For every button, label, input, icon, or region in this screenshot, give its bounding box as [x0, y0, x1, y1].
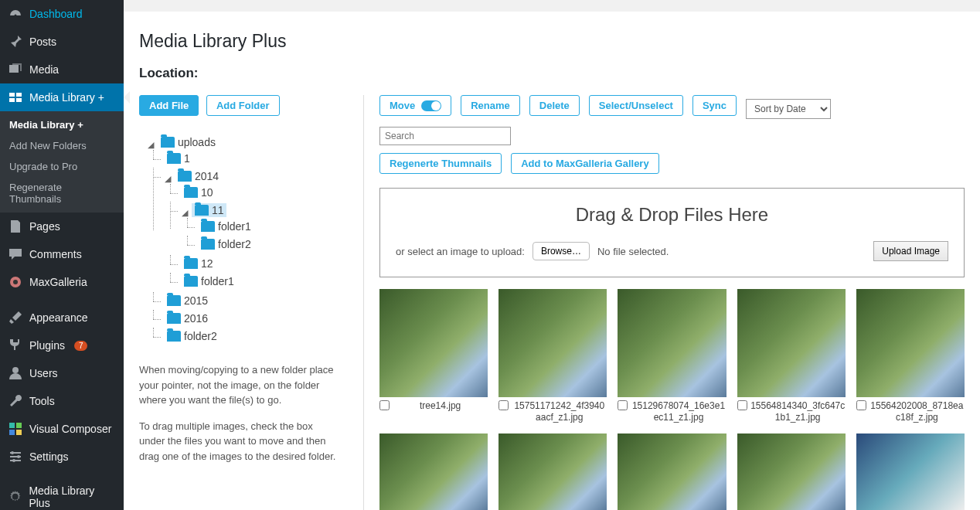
collapse-icon[interactable]: ◢ [181, 208, 189, 218]
media-icon [8, 62, 23, 77]
move-button[interactable]: Move [379, 95, 451, 116]
sort-select[interactable]: Sort by Date [746, 99, 831, 119]
sidebar-item-maxgalleria[interactable]: MaxGalleria [0, 268, 124, 296]
thumbnail[interactable] [856, 434, 965, 510]
main-content: Media Library Plus Location: Add File Ad… [124, 12, 980, 510]
rename-button[interactable]: Rename [461, 95, 520, 116]
sync-button[interactable]: Sync [692, 95, 737, 116]
thumbnail[interactable]: 15564202008_8718eac18f_z.jpg [856, 289, 965, 423]
thumbnail-image[interactable] [618, 434, 726, 510]
thumbnail-checkbox[interactable] [499, 400, 509, 410]
thumbnail[interactable] [499, 434, 607, 510]
sidebar-item-label: Settings [29, 450, 69, 463]
thumbnail-checkbox[interactable] [379, 400, 390, 410]
thumbnail-image[interactable] [379, 289, 488, 397]
move-toggle[interactable] [421, 100, 441, 111]
gallery-icon [8, 90, 23, 105]
sidebar-item-dashboard[interactable]: Dashboard [0, 0, 124, 28]
folder-folder1b[interactable]: folder1 [181, 274, 237, 288]
dropzone[interactable]: Drag & Drop Files Here or select an imag… [379, 188, 965, 277]
sidebar-item-label: Users [29, 367, 58, 379]
folder-folder2b[interactable]: folder2 [164, 329, 220, 343]
upload-image-button[interactable]: Upload Image [873, 241, 948, 261]
sidebar-item-posts[interactable]: Posts [0, 28, 124, 56]
thumbnail-image[interactable] [499, 289, 607, 397]
thumbnail[interactable] [618, 434, 726, 510]
thumbnail[interactable] [737, 434, 846, 510]
folder-folder2[interactable]: folder2 [198, 237, 254, 251]
folder-uploads[interactable]: uploads [158, 135, 219, 149]
vc-icon [8, 421, 23, 437]
folder-2014[interactable]: 2014 [175, 169, 222, 183]
sidebar-item-comments[interactable]: Comments [0, 240, 124, 268]
search-input[interactable] [379, 127, 511, 145]
thumbnail-checkbox[interactable] [737, 400, 747, 410]
thumbnail-image[interactable] [379, 434, 488, 510]
toolbar: Move Rename Delete Select/Unselect Sync … [379, 95, 965, 145]
thumbnail-filename: 15129678074_16e3e1ec11_z1.jpg [631, 400, 726, 423]
sidebar-item-appearance[interactable]: Appearance [0, 304, 124, 332]
sidebar-item-label: Comments [29, 248, 82, 260]
thumbnail-checkbox[interactable] [618, 400, 628, 410]
thumbnail-image[interactable] [499, 434, 607, 510]
folder-icon [167, 153, 181, 164]
sidebar-item-mlp[interactable]: Media Library Plus [0, 478, 124, 510]
comment-icon [8, 246, 23, 262]
folder-2015[interactable]: 2015 [164, 294, 211, 308]
thumbnail-image[interactable] [737, 434, 846, 510]
folder-tree: ◢ uploads 1 ◢ 2014 10 ◢ 11 [139, 134, 340, 347]
folder-1[interactable]: 1 [164, 151, 193, 165]
gear-icon [8, 489, 22, 505]
thumbnail[interactable]: tree14.jpg [379, 289, 488, 423]
sidebar-item-plugins[interactable]: Plugins 7 [0, 332, 124, 359]
select-unselect-button[interactable]: Select/Unselect [589, 95, 683, 116]
delete-button[interactable]: Delete [529, 95, 580, 116]
folder-folder1[interactable]: folder1 [198, 219, 254, 233]
folder-icon [184, 258, 198, 269]
sidebar-item-visual-composer[interactable]: Visual Composer [0, 415, 124, 443]
svg-rect-10 [9, 430, 15, 435]
sidebar-item-users[interactable]: Users [0, 359, 124, 387]
folder-11[interactable]: 11 [192, 203, 227, 217]
add-file-button[interactable]: Add File [139, 95, 199, 116]
thumbnail-image[interactable] [856, 434, 965, 510]
sidebar-item-settings[interactable]: Settings [0, 443, 124, 471]
svg-rect-11 [16, 430, 22, 435]
sidebar-sub-regen[interactable]: Regenerate Thumbnails [0, 177, 124, 209]
sidebar-item-tools[interactable]: Tools [0, 387, 124, 415]
thumbnail-grid: tree14.jpg 15751171242_4f3940aacf_z1.jpg… [379, 289, 965, 510]
thumbnail-image[interactable] [618, 289, 726, 397]
folder-icon [201, 239, 215, 250]
sidebar-item-label: Posts [29, 36, 56, 48]
thumbnail[interactable]: 15129678074_16e3e1ec11_z1.jpg [618, 289, 726, 423]
thumbnail[interactable]: 15751171242_4f3940aacf_z1.jpg [499, 289, 607, 423]
sidebar-item-label: Tools [29, 395, 55, 407]
thumbnail-filename: 15564814340_3fc647c1b1_z1.jpg [750, 400, 846, 423]
folder-2016[interactable]: 2016 [164, 311, 211, 325]
sidebar-sub-add-new-folders[interactable]: Add New Folders [0, 135, 124, 156]
thumbnail[interactable]: 15564814340_3fc647c1b1_z1.jpg [737, 289, 846, 423]
thumbnail[interactable] [379, 434, 488, 510]
sidebar-item-label: Visual Composer [29, 423, 111, 435]
sidebar-item-media-library-plus[interactable]: Media Library + [0, 83, 124, 111]
add-to-gallery-button[interactable]: Add to MaxGalleria Gallery [511, 153, 658, 174]
sidebar-item-media[interactable]: Media [0, 56, 124, 83]
sidebar-sub-upgrade[interactable]: Upgrade to Pro [0, 156, 124, 177]
toolbar-row2: Regenerte Thumnails Add to MaxGalleria G… [379, 153, 965, 180]
no-file-text: No file selected. [597, 246, 669, 257]
svg-point-0 [15, 15, 17, 17]
add-folder-button[interactable]: Add Folder [206, 95, 280, 116]
sidebar-sub-media-library-plus[interactable]: Media Library + [0, 114, 124, 135]
thumbnail-checkbox[interactable] [856, 400, 866, 410]
browse-button[interactable]: Browse… [533, 242, 590, 260]
collapse-icon[interactable]: ◢ [164, 174, 172, 184]
folder-10[interactable]: 10 [181, 185, 216, 199]
folder-12[interactable]: 12 [181, 257, 216, 270]
thumbnail-image[interactable] [737, 289, 846, 397]
svg-point-7 [12, 367, 19, 373]
sidebar-item-pages[interactable]: Pages [0, 212, 124, 240]
collapse-icon[interactable]: ◢ [147, 140, 155, 150]
regenerate-thumbnails-button[interactable]: Regenerte Thumnails [379, 153, 502, 174]
thumbnail-image[interactable] [856, 289, 965, 397]
sliders-icon [8, 449, 23, 464]
